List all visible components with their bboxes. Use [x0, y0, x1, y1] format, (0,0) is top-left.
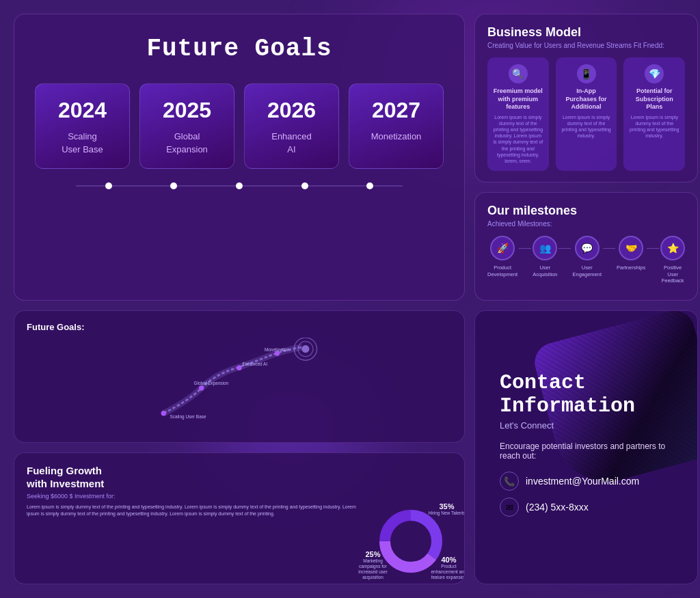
milestone-label-1: Product Development: [487, 264, 517, 278]
business-model-card: Business Model Creating Value for Users …: [474, 14, 698, 182]
fueling-body: Lorem ipsum is simply dummy text of the …: [27, 504, 452, 579]
year-card-2025: 2025 GlobalExpansion: [139, 83, 234, 169]
milestones-row: 🚀 Product Development 👥 User Acquisition…: [487, 236, 685, 284]
svg-text:Scaling User Base: Scaling User Base: [170, 414, 206, 420]
milestone-item-1: 🚀 Product Development: [487, 236, 517, 278]
year-label-2027: Monetization: [371, 131, 422, 141]
future-goals-panel: Future Goals 2024 ScalingUser Base 2025 …: [14, 14, 465, 301]
contact-encourage: Encourage potential investors and partne…: [500, 441, 673, 461]
bm-title-2: In-App Purchases for Additional: [561, 87, 612, 111]
year-2027: 2027: [360, 98, 432, 123]
milestone-item-4: 🤝 Partnerships: [617, 236, 645, 271]
bm-title-1: Freemium model with premium features: [493, 87, 543, 111]
year-card-2027: 2027 Monetization: [349, 83, 444, 169]
fueling-subtitle: Seeking $6000 $ Investment for:: [27, 493, 452, 500]
svg-point-10: [275, 351, 280, 355]
timeline-dot-4: [301, 182, 308, 189]
milestone-circle-4: 🤝: [619, 236, 643, 260]
contact-email-item: 📞 investment@YourMail.com: [500, 472, 673, 491]
fueling-chart-col: 35% Hiring New Talents 25% Marketing cam…: [370, 504, 452, 579]
milestone-item-5: ⭐ Positive User Feedback: [660, 236, 685, 284]
bm-item-3: 💎 Potential for Subscription Plans Lorem…: [623, 57, 685, 171]
email-icon: ✉: [500, 498, 519, 517]
year-card-2024: 2024 ScalingUser Base: [35, 83, 130, 169]
year-label-2026: EnhancedAI: [271, 131, 312, 154]
business-model-title: Business Model: [487, 25, 685, 40]
contact-card: Contact Information Let's Connect Encour…: [474, 310, 698, 584]
road-svg: Scaling User Base Global Expansion Enhan…: [27, 338, 452, 420]
donut-chart-container: 35% Hiring New Talents 25% Marketing cam…: [373, 504, 448, 579]
bm-icon-1: 🔍: [509, 64, 528, 83]
year-2024: 2024: [46, 98, 118, 123]
bm-text-3: Lorem ipsum is simply dummy text of the …: [629, 114, 679, 139]
timeline-dots: [76, 182, 403, 189]
milestone-connector-3: [603, 248, 615, 249]
year-card-2026: 2026 EnhancedAI: [244, 83, 339, 169]
milestone-label-3: User Engagement: [572, 264, 602, 278]
svg-text:Enhanced AI: Enhanced AI: [243, 362, 268, 366]
svg-text:Global Expansion: Global Expansion: [194, 381, 229, 386]
milestones-title: Our milestones: [487, 204, 685, 218]
business-model-subtitle: Creating Value for Users and Revenue Str…: [487, 42, 685, 49]
fueling-text-col: Lorem ipsum is simply dummy text of the …: [27, 504, 363, 521]
milestone-item-3: 💬 User Engagement: [572, 236, 602, 278]
bm-icon-3: 💎: [645, 64, 664, 83]
svg-point-8: [199, 385, 204, 390]
phone-icon: 📞: [500, 472, 519, 491]
contact-lets-connect: Let's Connect: [500, 420, 673, 431]
milestones-subtitle: Achieved Milestones:: [487, 220, 685, 228]
milestone-connector-4: [647, 248, 659, 249]
contact-phone: (234) 5xx-8xxx: [526, 502, 589, 513]
chart-pct-25: 25% Marketing campaigns for increased us…: [354, 550, 392, 580]
contact-phone-item: ✉ (234) 5xx-8xxx: [500, 498, 673, 517]
bm-title-3: Potential for Subscription Plans: [629, 87, 679, 111]
svg-point-9: [237, 366, 241, 370]
year-cards-row: 2024 ScalingUser Base 2025 GlobalExpansi…: [35, 83, 444, 169]
future-goals-mini-title: Future Goals:: [27, 322, 452, 332]
contact-email: investment@YourMail.com: [526, 476, 639, 487]
year-label-2024: ScalingUser Base: [62, 131, 103, 154]
milestone-connector-1: [519, 248, 531, 249]
timeline-dot-2: [170, 182, 177, 189]
timeline-dot-3: [236, 182, 243, 189]
year-2025: 2025: [151, 98, 223, 123]
bm-text-1: Lorem ipsum is simply dummy text of the …: [493, 114, 543, 164]
road-visual: Scaling User Base Global Expansion Enhan…: [27, 338, 452, 420]
top-right-stack: Business Model Creating Value for Users …: [474, 14, 698, 301]
svg-point-2: [301, 345, 309, 353]
bm-item-2: 📱 In-App Purchases for Additional Lorem …: [556, 57, 617, 171]
milestone-circle-1: 🚀: [490, 236, 515, 260]
year-label-2025: GlobalExpansion: [166, 131, 208, 154]
future-goals-mini-card: Future Goals: Scaling User Base Global E…: [14, 310, 465, 443]
milestone-label-5: Positive User Feedback: [660, 264, 685, 284]
bottom-left-stack: Future Goals: Scaling User Base Global E…: [14, 310, 465, 584]
fueling-title: Fueling Growthwith Investment: [27, 464, 452, 491]
business-model-items: 🔍 Freemium model with premium features L…: [487, 57, 685, 171]
bm-item-1: 🔍 Freemium model with premium features L…: [487, 57, 549, 171]
milestone-circle-5: ⭐: [660, 236, 685, 260]
year-2026: 2026: [256, 98, 327, 123]
future-goals-title: Future Goals: [146, 35, 332, 63]
milestone-circle-3: 💬: [575, 236, 600, 260]
milestone-item-2: 👥 User Acquisition: [533, 236, 557, 278]
chart-pct-40: 40% Product enhancement and feature expa…: [430, 556, 465, 580]
timeline-dot-5: [366, 182, 373, 189]
svg-point-7: [161, 411, 166, 416]
chart-pct-35: 35% Hiring New Talents: [428, 502, 465, 516]
milestone-label-2: User Acquisition: [533, 264, 557, 278]
milestone-label-4: Partnerships: [617, 264, 645, 271]
bm-icon-2: 📱: [577, 64, 596, 83]
milestones-card: Our milestones Achieved Milestones: 🚀 Pr…: [474, 192, 698, 301]
fueling-growth-card: Fueling Growthwith Investment Seeking $6…: [14, 452, 465, 585]
contact-title: Contact Information: [500, 371, 673, 418]
milestone-connector-2: [558, 248, 571, 249]
bm-text-2: Lorem ipsum is simply dummy text of the …: [561, 114, 612, 139]
milestone-circle-2: 👥: [533, 236, 557, 260]
timeline-dot-1: [105, 182, 112, 189]
fueling-para-1: Lorem ipsum is simply dummy text of the …: [27, 504, 363, 518]
